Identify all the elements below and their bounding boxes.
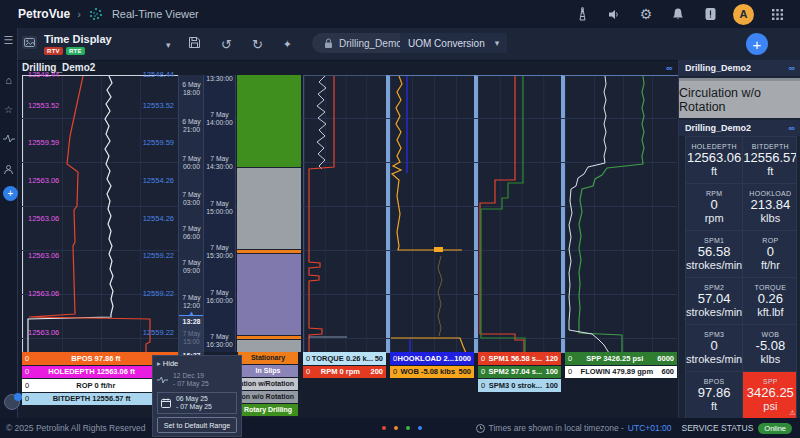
readout-cell[interactable]: TORQUE 0.26 kft.lbf xyxy=(743,278,797,324)
readout-cell[interactable]: BPOS 97.86 ft xyxy=(686,372,742,418)
holedepth-label: 12548.44 xyxy=(28,70,59,79)
lock-icon xyxy=(324,38,333,49)
track-depth-bpos-rop[interactable]: 12548.4412553.5212559.5912563.0612563.06… xyxy=(22,75,179,353)
readout-cell[interactable]: HOOKLOAD 213.84 klbs xyxy=(743,184,797,230)
breadcrumb-chevron: › xyxy=(77,8,81,20)
scalebar-group-track2[interactable]: 0TORQUE 0.26 k...500RPM 0 rpm200 xyxy=(303,352,386,378)
settings-gear-icon[interactable]: ⚙ xyxy=(637,5,655,23)
favorites-star-icon[interactable]: ☆ xyxy=(0,104,17,115)
track-spm[interactable] xyxy=(474,75,565,353)
readout-unit: strokes/min xyxy=(686,259,742,271)
rig-derrick-icon[interactable] xyxy=(573,5,591,23)
app-window: PetroVue › Real-Time Viewer ⚙ A xyxy=(0,0,800,438)
user-profile-icon[interactable] xyxy=(0,164,17,177)
selected-range-row[interactable]: 06 May 25- 07 May 25 xyxy=(157,392,237,414)
user-avatar[interactable]: A xyxy=(733,4,754,25)
holedepth-label: 12563.06 xyxy=(28,214,59,223)
panel-link-icon[interactable]: ∞ xyxy=(666,63,672,73)
scalebar[interactable]: 0SPM1 56.58 s...120 xyxy=(478,352,561,365)
scalebar[interactable]: 0RPM 0 rpm200 xyxy=(303,366,386,379)
readout-cell[interactable]: BITDEPTH 12556.57 ft xyxy=(743,137,797,183)
redo-icon[interactable]: ↻ xyxy=(252,37,263,52)
scalebar[interactable]: 0SPP 3426.25 psi6000 xyxy=(565,352,677,365)
scalebar[interactable]: 0FLOWIN 479.89 gpm600 xyxy=(565,366,677,379)
track-torque-rpm[interactable] xyxy=(303,75,387,353)
bitdepth-label: 12559.59 xyxy=(143,138,174,147)
page-indicator-dots[interactable] xyxy=(382,426,422,430)
display-type-icon[interactable] xyxy=(22,36,37,49)
hamburger-menu-icon[interactable]: ☰ xyxy=(0,34,17,47)
scalebar-group-track3[interactable]: 0HOOKLOAD 2...10000WOB -5.08 klbs500 xyxy=(390,352,474,378)
add-panel-button[interactable]: + xyxy=(746,33,768,55)
readout-cell[interactable]: SPM2 57.04 strokes/min xyxy=(686,278,742,324)
readout-cell[interactable]: WOB -5.08 klbs xyxy=(743,325,797,371)
track-hookload-wob[interactable] xyxy=(386,75,478,353)
activity-pulse-icon[interactable] xyxy=(0,134,17,145)
rig-activity-status: Circulation w/o Rotation xyxy=(679,78,800,118)
display-mode-caret-icon[interactable]: ▾ xyxy=(166,40,171,50)
readout-label: SPM3 xyxy=(704,331,724,338)
scalebar[interactable]: 0WOB -5.08 klbs500 xyxy=(390,366,474,379)
readout-cell[interactable]: SPM1 56.58 strokes/min xyxy=(686,231,742,277)
hide-button[interactable]: Hide xyxy=(153,357,241,370)
readout-cell[interactable]: SPM3 0 strokes/min xyxy=(686,325,742,371)
uom-conversion-dropdown[interactable]: UOM Conversion ▾ xyxy=(400,33,507,53)
timezone-value[interactable]: UTC+01:00 xyxy=(628,423,672,433)
page-dot[interactable] xyxy=(382,426,386,430)
volume-icon[interactable] xyxy=(605,5,623,23)
scalebar[interactable]: 0TORQUE 0.26 k...50 xyxy=(303,352,386,365)
rig-state-legend-item[interactable]: Stationary xyxy=(238,352,298,364)
sidebar-panel1-header[interactable]: Drilling_Demo2 ∞ xyxy=(679,60,800,76)
help-fab[interactable] xyxy=(4,394,20,410)
page-dot[interactable] xyxy=(418,426,422,430)
auto-fit-icon[interactable]: ✦ xyxy=(283,38,292,51)
readout-value: 213.84 xyxy=(750,197,790,212)
readout-unit: klbs xyxy=(761,212,781,224)
scalebar-group-track4[interactable]: 0SPM1 56.58 s...1200SPM2 57.04 s...1000S… xyxy=(478,352,561,392)
set-default-range-button[interactable]: Set to Default Range xyxy=(157,417,237,433)
apps-grid-icon[interactable] xyxy=(768,5,786,23)
app-title: Real-Time Viewer xyxy=(112,8,199,20)
holedepth-label: 12563.06 xyxy=(28,289,59,298)
notifications-bell-icon[interactable] xyxy=(669,5,687,23)
sidebar-panel2-header[interactable]: Drilling_Demo2 ∞ xyxy=(679,120,800,136)
display-mode-title[interactable]: Time Display xyxy=(44,33,112,45)
brand-logo-text[interactable]: PetroVue xyxy=(18,7,70,21)
report-alert-icon[interactable] xyxy=(701,5,719,23)
readout-label: BPOS xyxy=(704,378,725,385)
readout-cell[interactable]: HOLEDEPTH 12563.06 ft xyxy=(686,137,742,183)
sidebar-panel1-link-icon[interactable]: ∞ xyxy=(789,63,795,73)
scalebar-group-track5[interactable]: 0SPP 3426.25 psi60000FLOWIN 479.89 gpm60… xyxy=(565,352,677,378)
page-dot[interactable] xyxy=(394,426,398,430)
scalebar[interactable]: 0SPM3 0 strok...100 xyxy=(478,379,561,392)
spm1-curve xyxy=(480,76,524,353)
readout-unit: strokes/min xyxy=(686,306,742,318)
scalebar[interactable]: 0SPM2 57.04 s...100 xyxy=(478,366,561,379)
home-icon[interactable]: ⌂ xyxy=(0,74,17,86)
page-dot[interactable] xyxy=(406,426,410,430)
readout-cell[interactable]: SPP 3426.25 psi ⚠ xyxy=(743,372,797,418)
save-icon[interactable] xyxy=(188,35,201,53)
rig-state-block xyxy=(237,340,301,352)
selection-handle-icon[interactable]: ▲ xyxy=(179,310,204,316)
rail-add-button[interactable]: + xyxy=(3,186,18,201)
bitdepth-label: 12548.44 xyxy=(143,70,174,79)
rig-state-legend-item[interactable]: In Slips xyxy=(238,365,298,377)
time-axis-full[interactable]: 6 May18:006 May21:007 May00:007 May03:00… xyxy=(178,75,204,360)
mode-badge: RTE xyxy=(66,47,85,55)
sidebar-panel2-link-icon[interactable]: ∞ xyxy=(789,123,795,133)
time-axis-zoomed[interactable]: 7 May13:30:007 May14:00:007 May14:30:007… xyxy=(203,75,236,352)
range-pulse-icon xyxy=(157,376,168,384)
time-tick: 6 May18:00 xyxy=(179,81,204,97)
readout-cell[interactable]: RPM 0 rpm xyxy=(686,184,742,230)
bitdepth-label: 12554.26 xyxy=(143,176,174,185)
rig-state-legend-item[interactable]: Rotary Drilling xyxy=(238,404,298,416)
full-range-row[interactable]: 12 Dec 19- 07 May 25 xyxy=(153,370,241,390)
readout-cell[interactable]: ROP 0 ft/hr xyxy=(743,231,797,277)
track2-curves xyxy=(304,76,387,353)
readout-unit: rpm xyxy=(705,212,724,224)
undo-icon[interactable]: ↺ xyxy=(221,37,232,52)
rig-state-column[interactable] xyxy=(237,75,301,352)
scalebar[interactable]: 0HOOKLOAD 2...1000 xyxy=(390,352,474,365)
track-spp-flowin[interactable] xyxy=(561,75,682,353)
